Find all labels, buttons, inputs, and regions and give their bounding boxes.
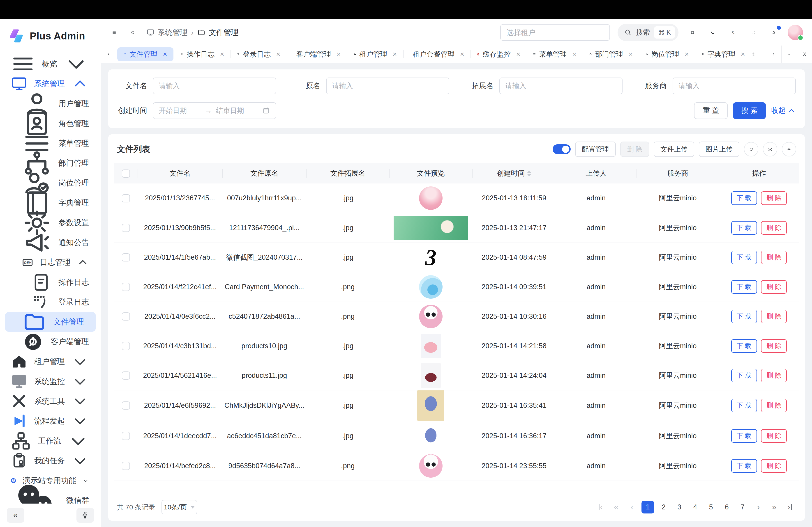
sidebar-item-login-logs[interactable]: 登录日志 (0, 292, 101, 312)
delete-button[interactable]: 删 除 (761, 459, 787, 473)
close-tab-icon[interactable]: × (163, 50, 167, 58)
row-checkbox[interactable] (122, 462, 130, 470)
refresh-page-button[interactable] (126, 26, 139, 39)
close-tab-icon[interactable]: × (628, 50, 633, 58)
upload-image-button[interactable]: 图片上传 (699, 141, 739, 157)
language-switch-button[interactable]: 文A (727, 26, 739, 39)
sidebar-item-tenants[interactable]: 租户管理 (0, 352, 101, 372)
dark-mode-toggle[interactable] (707, 26, 719, 39)
page-size-select[interactable]: 10条/页 (161, 500, 197, 514)
column-settings-button[interactable] (782, 142, 796, 156)
file-preview-green-illustration-banner[interactable] (394, 216, 468, 240)
tabs-fullscreen-button[interactable] (797, 46, 812, 63)
close-tab-icon[interactable]: × (572, 50, 577, 58)
delete-button[interactable]: 删 除 (761, 251, 787, 264)
page-fast-prev-button[interactable]: « (610, 501, 623, 513)
file-preview-stitch-figure-white[interactable] (417, 421, 444, 451)
collapse-filters-link[interactable]: 收起 (771, 106, 796, 116)
row-checkbox[interactable] (122, 253, 130, 261)
download-button[interactable]: 下 载 (731, 251, 757, 264)
table-mode-toggle[interactable] (553, 144, 571, 154)
reset-button[interactable]: 重 置 (694, 102, 728, 119)
row-checkbox[interactable] (122, 283, 130, 291)
close-tab-icon[interactable]: × (276, 50, 280, 58)
sidebar-item-flow-start[interactable]: 流程发起 (0, 411, 101, 431)
sidebar-item-monitoring[interactable]: 系统监控 (0, 372, 101, 391)
provider-input[interactable] (672, 77, 796, 94)
sidebar-item-files[interactable]: 文件管理 (5, 312, 96, 332)
batch-delete-button[interactable]: 删 除 (620, 141, 649, 157)
row-checkbox[interactable] (122, 312, 130, 320)
upload-file-button[interactable]: 文件上传 (654, 141, 694, 157)
delete-button[interactable]: 删 除 (761, 310, 787, 323)
sidebar-item-workflow[interactable]: 工作流 (0, 431, 101, 451)
page-number-2[interactable]: 2 (657, 501, 670, 513)
file-preview-pink-plush-avatar[interactable] (419, 186, 443, 210)
select-all-checkbox[interactable] (122, 169, 130, 178)
tabs-more-button[interactable] (781, 46, 797, 63)
tab-tenant-plans[interactable]: 租户套餐管理× (403, 46, 471, 63)
tab-op-logs[interactable]: 操作日志× (174, 46, 231, 63)
tab-tenants[interactable]: 租户管理× (347, 46, 403, 63)
file-name-input[interactable] (153, 77, 276, 94)
page-number-4[interactable]: 4 (689, 501, 701, 513)
close-tab-icon[interactable]: × (684, 50, 689, 58)
close-tab-icon[interactable]: × (220, 50, 224, 58)
tab-clients[interactable]: 客户端管理× (287, 46, 347, 63)
close-tab-icon[interactable]: × (393, 50, 397, 58)
download-button[interactable]: 下 载 (731, 191, 757, 205)
download-button[interactable]: 下 载 (731, 429, 757, 443)
tab-cache-monitor[interactable]: redis缓存监控× (470, 46, 527, 63)
row-checkbox[interactable] (122, 194, 130, 202)
tab-menus[interactable]: 菜单管理× (527, 46, 583, 63)
sort-icon[interactable] (527, 170, 531, 177)
file-preview-card-payment-illustration[interactable] (419, 275, 443, 299)
page-last-button[interactable]: › (784, 501, 796, 513)
delete-button[interactable]: 删 除 (761, 399, 787, 412)
page-number-5[interactable]: 5 (705, 501, 717, 513)
row-checkbox[interactable] (122, 402, 130, 409)
close-tab-icon[interactable]: × (741, 50, 745, 58)
refresh-table-button[interactable] (744, 142, 758, 156)
search-button[interactable]: 搜 索 (733, 102, 766, 119)
sidebar-item-op-logs[interactable]: 操作日志 (0, 272, 101, 292)
file-preview-robot-toy-avatar[interactable] (419, 305, 443, 328)
tab-departments[interactable]: 部门管理× (583, 46, 639, 63)
sidebar-item-clients[interactable]: 客户端管理 (0, 332, 101, 352)
breadcrumb-system[interactable]: 系统管理 (146, 28, 187, 37)
page-first-button[interactable]: ‹ (594, 501, 607, 513)
row-checkbox[interactable] (122, 432, 130, 440)
date-range-picker[interactable]: 开始日期 → 结束日期 (153, 102, 276, 119)
page-next-button[interactable]: › (752, 501, 765, 513)
settings-button[interactable] (686, 26, 699, 39)
page-number-3[interactable]: 3 (673, 501, 686, 513)
avatar[interactable] (788, 25, 803, 40)
tab-posts[interactable]: 岗位管理× (639, 46, 695, 63)
file-preview-robot-toy-avatar[interactable] (419, 454, 443, 478)
file-preview-dark-red-product[interactable] (421, 363, 441, 388)
tenant-select-input[interactable] (500, 24, 610, 41)
sidebar-item-my-tasks[interactable]: 我的任务 (0, 451, 101, 471)
delete-button[interactable]: 删 除 (761, 191, 787, 205)
download-button[interactable]: 下 载 (731, 459, 757, 473)
tab-partial[interactable] (751, 46, 766, 63)
global-search-button[interactable]: 搜索 ⌘ K (618, 24, 679, 41)
row-checkbox[interactable] (122, 224, 130, 232)
download-button[interactable]: 下 载 (731, 369, 757, 382)
delete-button[interactable]: 删 除 (761, 369, 787, 382)
fullscreen-button[interactable] (747, 26, 760, 39)
page-number-1[interactable]: 1 (641, 501, 654, 513)
file-preview-stitch-sticker-beige[interactable] (417, 390, 444, 421)
close-tab-icon[interactable]: × (460, 50, 464, 58)
tabs-scroll-right-button[interactable] (766, 46, 781, 63)
tab-login-logs[interactable]: 登录日志× (231, 46, 287, 63)
tab-files[interactable]: 文件管理× (117, 47, 173, 61)
config-manage-button[interactable]: 配置管理 (575, 141, 616, 157)
origin-name-input[interactable] (326, 77, 449, 94)
notifications-button[interactable] (767, 26, 780, 39)
page-prev-button[interactable]: ‹ (626, 501, 638, 513)
row-checkbox[interactable] (122, 342, 130, 350)
page-fast-next-button[interactable]: » (768, 501, 780, 513)
table-fullscreen-button[interactable] (763, 142, 777, 156)
app-logo[interactable]: Plus Admin (0, 19, 101, 53)
